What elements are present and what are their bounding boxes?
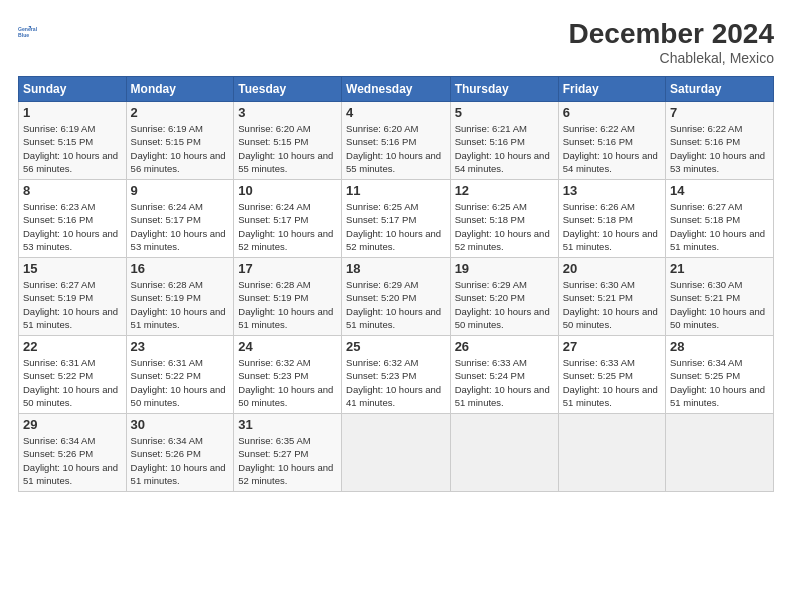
day-info: Sunrise: 6:34 AMSunset: 5:25 PMDaylight:… [670,356,769,409]
day-info: Sunrise: 6:24 AMSunset: 5:17 PMDaylight:… [131,200,230,253]
calendar-cell [450,414,558,492]
calendar-cell: 10Sunrise: 6:24 AMSunset: 5:17 PMDayligh… [234,180,342,258]
col-tuesday: Tuesday [234,77,342,102]
calendar-cell: 20Sunrise: 6:30 AMSunset: 5:21 PMDayligh… [558,258,665,336]
svg-text:General: General [18,26,38,32]
day-info: Sunrise: 6:27 AMSunset: 5:19 PMDaylight:… [23,278,122,331]
calendar-cell: 6Sunrise: 6:22 AMSunset: 5:16 PMDaylight… [558,102,665,180]
col-saturday: Saturday [666,77,774,102]
day-info: Sunrise: 6:22 AMSunset: 5:16 PMDaylight:… [563,122,661,175]
day-info: Sunrise: 6:20 AMSunset: 5:16 PMDaylight:… [346,122,446,175]
calendar-cell: 21Sunrise: 6:30 AMSunset: 5:21 PMDayligh… [666,258,774,336]
calendar-cell: 9Sunrise: 6:24 AMSunset: 5:17 PMDaylight… [126,180,234,258]
day-number: 10 [238,183,337,198]
svg-text:Blue: Blue [18,32,29,38]
calendar-cell: 11Sunrise: 6:25 AMSunset: 5:17 PMDayligh… [342,180,451,258]
col-sunday: Sunday [19,77,127,102]
day-info: Sunrise: 6:35 AMSunset: 5:27 PMDaylight:… [238,434,337,487]
calendar-cell: 19Sunrise: 6:29 AMSunset: 5:20 PMDayligh… [450,258,558,336]
calendar-cell: 26Sunrise: 6:33 AMSunset: 5:24 PMDayligh… [450,336,558,414]
day-number: 30 [131,417,230,432]
calendar-cell: 1Sunrise: 6:19 AMSunset: 5:15 PMDaylight… [19,102,127,180]
day-number: 8 [23,183,122,198]
day-info: Sunrise: 6:31 AMSunset: 5:22 PMDaylight:… [131,356,230,409]
day-info: Sunrise: 6:32 AMSunset: 5:23 PMDaylight:… [346,356,446,409]
calendar-cell: 7Sunrise: 6:22 AMSunset: 5:16 PMDaylight… [666,102,774,180]
day-number: 17 [238,261,337,276]
calendar-week-1: 1Sunrise: 6:19 AMSunset: 5:15 PMDaylight… [19,102,774,180]
day-number: 31 [238,417,337,432]
calendar-cell: 14Sunrise: 6:27 AMSunset: 5:18 PMDayligh… [666,180,774,258]
calendar-cell: 16Sunrise: 6:28 AMSunset: 5:19 PMDayligh… [126,258,234,336]
day-info: Sunrise: 6:21 AMSunset: 5:16 PMDaylight:… [455,122,554,175]
day-number: 13 [563,183,661,198]
calendar-week-4: 22Sunrise: 6:31 AMSunset: 5:22 PMDayligh… [19,336,774,414]
day-info: Sunrise: 6:25 AMSunset: 5:18 PMDaylight:… [455,200,554,253]
day-info: Sunrise: 6:20 AMSunset: 5:15 PMDaylight:… [238,122,337,175]
day-info: Sunrise: 6:33 AMSunset: 5:24 PMDaylight:… [455,356,554,409]
col-monday: Monday [126,77,234,102]
day-number: 2 [131,105,230,120]
calendar-cell: 13Sunrise: 6:26 AMSunset: 5:18 PMDayligh… [558,180,665,258]
calendar-cell [666,414,774,492]
logo-icon: General Blue [18,18,46,46]
subtitle: Chablekal, Mexico [569,50,774,66]
day-number: 16 [131,261,230,276]
day-number: 12 [455,183,554,198]
calendar-cell: 22Sunrise: 6:31 AMSunset: 5:22 PMDayligh… [19,336,127,414]
day-number: 25 [346,339,446,354]
col-thursday: Thursday [450,77,558,102]
day-number: 6 [563,105,661,120]
calendar-cell: 12Sunrise: 6:25 AMSunset: 5:18 PMDayligh… [450,180,558,258]
calendar-cell [558,414,665,492]
day-number: 22 [23,339,122,354]
day-info: Sunrise: 6:27 AMSunset: 5:18 PMDaylight:… [670,200,769,253]
day-number: 14 [670,183,769,198]
day-number: 28 [670,339,769,354]
day-info: Sunrise: 6:19 AMSunset: 5:15 PMDaylight:… [131,122,230,175]
day-info: Sunrise: 6:34 AMSunset: 5:26 PMDaylight:… [23,434,122,487]
day-info: Sunrise: 6:29 AMSunset: 5:20 PMDaylight:… [455,278,554,331]
day-number: 27 [563,339,661,354]
day-info: Sunrise: 6:29 AMSunset: 5:20 PMDaylight:… [346,278,446,331]
calendar-table: Sunday Monday Tuesday Wednesday Thursday… [18,76,774,492]
day-info: Sunrise: 6:24 AMSunset: 5:17 PMDaylight:… [238,200,337,253]
day-number: 11 [346,183,446,198]
calendar-cell: 28Sunrise: 6:34 AMSunset: 5:25 PMDayligh… [666,336,774,414]
day-info: Sunrise: 6:28 AMSunset: 5:19 PMDaylight:… [238,278,337,331]
calendar-cell: 17Sunrise: 6:28 AMSunset: 5:19 PMDayligh… [234,258,342,336]
header-row: Sunday Monday Tuesday Wednesday Thursday… [19,77,774,102]
day-number: 5 [455,105,554,120]
main-title: December 2024 [569,18,774,50]
day-info: Sunrise: 6:34 AMSunset: 5:26 PMDaylight:… [131,434,230,487]
day-number: 18 [346,261,446,276]
day-number: 3 [238,105,337,120]
calendar-cell: 24Sunrise: 6:32 AMSunset: 5:23 PMDayligh… [234,336,342,414]
day-info: Sunrise: 6:19 AMSunset: 5:15 PMDaylight:… [23,122,122,175]
day-number: 19 [455,261,554,276]
day-number: 23 [131,339,230,354]
calendar-cell: 8Sunrise: 6:23 AMSunset: 5:16 PMDaylight… [19,180,127,258]
calendar-week-3: 15Sunrise: 6:27 AMSunset: 5:19 PMDayligh… [19,258,774,336]
day-info: Sunrise: 6:25 AMSunset: 5:17 PMDaylight:… [346,200,446,253]
calendar-cell: 15Sunrise: 6:27 AMSunset: 5:19 PMDayligh… [19,258,127,336]
day-info: Sunrise: 6:31 AMSunset: 5:22 PMDaylight:… [23,356,122,409]
day-number: 26 [455,339,554,354]
calendar-cell: 4Sunrise: 6:20 AMSunset: 5:16 PMDaylight… [342,102,451,180]
header: General Blue December 2024 Chablekal, Me… [18,18,774,66]
calendar-cell [342,414,451,492]
day-number: 21 [670,261,769,276]
calendar-cell: 3Sunrise: 6:20 AMSunset: 5:15 PMDaylight… [234,102,342,180]
day-number: 9 [131,183,230,198]
calendar-week-2: 8Sunrise: 6:23 AMSunset: 5:16 PMDaylight… [19,180,774,258]
calendar-cell: 27Sunrise: 6:33 AMSunset: 5:25 PMDayligh… [558,336,665,414]
day-info: Sunrise: 6:32 AMSunset: 5:23 PMDaylight:… [238,356,337,409]
calendar-cell: 31Sunrise: 6:35 AMSunset: 5:27 PMDayligh… [234,414,342,492]
day-number: 15 [23,261,122,276]
calendar-cell: 5Sunrise: 6:21 AMSunset: 5:16 PMDaylight… [450,102,558,180]
day-number: 29 [23,417,122,432]
calendar-cell: 23Sunrise: 6:31 AMSunset: 5:22 PMDayligh… [126,336,234,414]
day-number: 4 [346,105,446,120]
calendar-cell: 29Sunrise: 6:34 AMSunset: 5:26 PMDayligh… [19,414,127,492]
day-number: 1 [23,105,122,120]
